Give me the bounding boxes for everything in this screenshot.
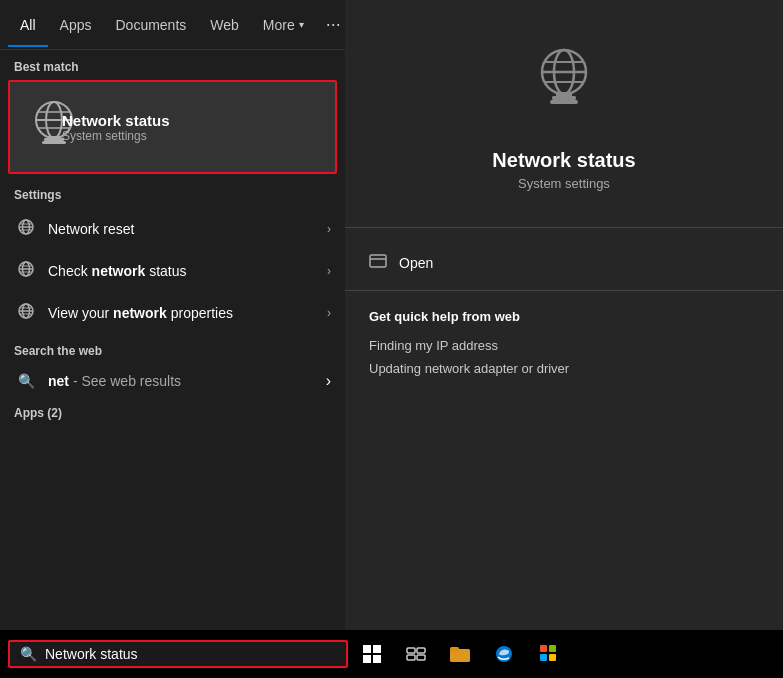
quick-help-link-2[interactable]: Updating network adapter or driver (369, 357, 759, 380)
best-match-text: Network status System settings (62, 112, 170, 143)
search-web-text: net - See web results (48, 373, 326, 389)
svg-rect-37 (363, 655, 371, 663)
settings-label: Settings (0, 178, 345, 208)
best-match-label: Best match (0, 50, 345, 80)
best-match-title: Network status (62, 112, 170, 129)
chevron-down-icon: ▾ (299, 19, 304, 30)
divider-1 (345, 227, 783, 228)
open-icon (369, 252, 387, 274)
chevron-right-icon-3: › (327, 306, 331, 320)
svg-rect-42 (417, 655, 425, 660)
taskbar-search-text: Network status (45, 646, 138, 662)
svg-rect-46 (540, 645, 547, 652)
check-network-status-item[interactable]: Check network status › (0, 250, 345, 292)
svg-rect-35 (363, 645, 371, 653)
best-match-subtitle: System settings (62, 129, 170, 143)
best-match-item[interactable]: Network status System settings (8, 80, 337, 174)
right-hero: Network status System settings (345, 0, 783, 211)
svg-rect-33 (370, 255, 386, 267)
tab-all[interactable]: All (8, 3, 48, 47)
chevron-right-icon-2: › (327, 264, 331, 278)
left-panel: All Apps Documents Web More ▾ ··· ✕ Best… (0, 0, 345, 678)
taskbar-search-box[interactable]: 🔍 Network status (8, 640, 348, 668)
svg-rect-41 (407, 655, 415, 660)
svg-rect-44 (450, 647, 459, 652)
svg-rect-47 (549, 645, 556, 652)
network-icon-1 (14, 218, 38, 240)
check-network-status-text: Check network status (48, 263, 327, 279)
svg-rect-39 (407, 648, 415, 653)
svg-rect-49 (549, 654, 556, 661)
taskbar: 🔍 Network status (0, 630, 783, 678)
chevron-right-icon-4: › (326, 372, 331, 390)
tab-more[interactable]: More ▾ (251, 3, 316, 47)
network-icon-2 (14, 260, 38, 282)
taskbar-start-icon[interactable] (352, 634, 392, 674)
network-icon-3 (14, 302, 38, 324)
apps-label: Apps (2) (0, 398, 345, 424)
open-action[interactable]: Open (345, 244, 783, 282)
svg-rect-36 (373, 645, 381, 653)
network-status-hero-icon (524, 40, 604, 135)
quick-help-title: Get quick help from web (369, 309, 759, 324)
tab-apps[interactable]: Apps (48, 3, 104, 47)
search-icon: 🔍 (14, 373, 38, 389)
taskbar-search-icon: 🔍 (20, 646, 37, 662)
search-web-label: Search the web (0, 334, 345, 364)
svg-rect-48 (540, 654, 547, 661)
network-globe-icon (22, 92, 50, 162)
network-reset-text: Network reset (48, 221, 327, 237)
quick-help-link-1[interactable]: Finding my IP address (369, 334, 759, 357)
chevron-right-icon-1: › (327, 222, 331, 236)
network-reset-item[interactable]: Network reset › (0, 208, 345, 250)
view-network-properties-text: View your network properties (48, 305, 327, 321)
svg-rect-40 (417, 648, 425, 653)
view-network-properties-item[interactable]: View your network properties › (0, 292, 345, 334)
svg-rect-38 (373, 655, 381, 663)
divider-2 (345, 290, 783, 291)
search-web-item[interactable]: 🔍 net - See web results › (0, 364, 345, 398)
taskbar-task-view-icon[interactable] (396, 634, 436, 674)
tabs-bar: All Apps Documents Web More ▾ ··· ✕ (0, 0, 345, 50)
quick-help-section: Get quick help from web Finding my IP ad… (345, 299, 783, 384)
open-text: Open (399, 255, 433, 271)
right-hero-subtitle: System settings (518, 176, 610, 191)
taskbar-edge-icon[interactable] (484, 634, 524, 674)
right-hero-title: Network status (492, 149, 635, 172)
tab-documents[interactable]: Documents (103, 3, 198, 47)
svg-rect-32 (550, 100, 578, 104)
taskbar-store-icon[interactable] (528, 634, 568, 674)
taskbar-file-explorer-icon[interactable] (440, 634, 480, 674)
right-panel: Network status System settings Open Get … (345, 0, 783, 630)
tab-web[interactable]: Web (198, 3, 251, 47)
